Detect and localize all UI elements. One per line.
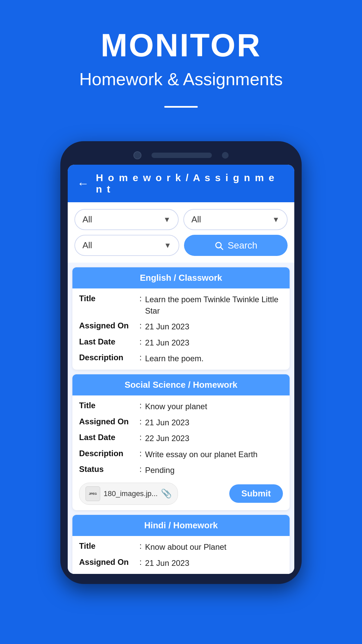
colon-6: : bbox=[139, 417, 142, 428]
card-2-status-row: Status : Pending bbox=[79, 465, 283, 476]
card-2-assigned-value: 21 Jun 2023 bbox=[145, 417, 283, 428]
card-3-title-row: Title : Know about our Planet bbox=[79, 541, 283, 553]
phone-topbar bbox=[68, 151, 294, 159]
colon-5: : bbox=[139, 401, 142, 412]
card-2-subject: Social Science / Homework bbox=[125, 380, 238, 390]
card-3-assigned-row: Assigned On : 21 Jun 2023 bbox=[79, 557, 283, 569]
search-button[interactable]: Search bbox=[184, 235, 288, 256]
phone-wrapper: ← H o m e w o r k / A s s i g n m e n t … bbox=[0, 141, 362, 597]
card-1-lastdate-row: Last Date : 21 Jun 2023 bbox=[79, 337, 283, 348]
colon-2: : bbox=[139, 321, 142, 332]
colon-9: : bbox=[139, 465, 142, 476]
dropdown-2-value: All bbox=[191, 214, 201, 225]
assignment-card-1: English / Classwork Title : Learn the po… bbox=[72, 267, 290, 370]
file-jpeg-icon: JPEG bbox=[85, 486, 100, 501]
card-3-assigned-value: 21 Jun 2023 bbox=[145, 557, 283, 569]
card-2-status-value: Pending bbox=[145, 465, 283, 476]
card-1-title-row: Title : Learn the poem Twinkle Twinkle L… bbox=[79, 294, 283, 316]
dropdown-2[interactable]: All ▼ bbox=[183, 209, 288, 230]
card-1-desc-row: Description : Learn the poem. bbox=[79, 353, 283, 364]
card-1-assigned-row: Assigned On : 21 Jun 2023 bbox=[79, 321, 283, 332]
chevron-down-icon: ▼ bbox=[163, 215, 171, 224]
assigned-on-label-2: Assigned On bbox=[79, 417, 139, 428]
last-date-label: Last Date bbox=[79, 337, 139, 348]
search-label: Search bbox=[228, 240, 257, 251]
card-2-desc-row: Description : Write essay on our planet … bbox=[79, 449, 283, 460]
filter-section: All ▼ All ▼ All ▼ bbox=[68, 202, 294, 263]
app-header: ← H o m e w o r k / A s s i g n m e n t bbox=[68, 165, 294, 202]
description-label-2: Description bbox=[79, 449, 139, 460]
filter-row-2: All ▼ Search bbox=[74, 235, 288, 256]
card-2-desc-value: Write essay on our planet Earth bbox=[145, 449, 283, 460]
title-label-3: Title bbox=[79, 541, 139, 553]
card-1-body: Title : Learn the poem Twinkle Twinkle L… bbox=[72, 288, 290, 370]
card-1-lastdate-value: 21 Jun 2023 bbox=[145, 337, 283, 348]
assignments-list: English / Classwork Title : Learn the po… bbox=[68, 263, 294, 574]
header-section: MONITOR Homework & Assignments bbox=[0, 0, 362, 121]
dropdown-1-value: All bbox=[82, 214, 92, 225]
file-row: JPEG 180_images.jp... 📎 Submit bbox=[79, 481, 283, 505]
assigned-on-label-3: Assigned On bbox=[79, 557, 139, 569]
assigned-on-label: Assigned On bbox=[79, 321, 139, 332]
dropdown-3-value: All bbox=[82, 240, 92, 251]
card-2-title-value: Know your planet bbox=[145, 401, 283, 412]
description-label: Description bbox=[79, 353, 139, 364]
card-1-assigned-value: 21 Jun 2023 bbox=[145, 321, 283, 332]
sensor-dot bbox=[222, 152, 229, 159]
card-1-header: English / Classwork bbox=[72, 267, 290, 288]
chevron-down-icon-3: ▼ bbox=[164, 241, 171, 250]
file-name-text: 180_images.jp... bbox=[104, 489, 158, 498]
card-1-subject: English / Classwork bbox=[140, 273, 222, 283]
card-1-title-value: Learn the poem Twinkle Twinkle Little St… bbox=[145, 294, 283, 316]
paperclip-icon: 📎 bbox=[161, 488, 172, 499]
file-attachment[interactable]: JPEG 180_images.jp... 📎 bbox=[79, 483, 178, 505]
filter-row-1: All ▼ All ▼ bbox=[74, 209, 288, 230]
back-button[interactable]: ← bbox=[77, 176, 89, 191]
card-3-title-value: Know about our Planet bbox=[145, 541, 283, 553]
colon-11: : bbox=[139, 557, 142, 569]
header-subtitle: Homework & Assignments bbox=[79, 69, 283, 89]
title-label: Title bbox=[79, 294, 139, 316]
colon-10: : bbox=[139, 541, 142, 553]
card-3-header: Hindi / Homework bbox=[72, 515, 290, 536]
dropdown-1[interactable]: All ▼ bbox=[74, 209, 179, 230]
card-2-title-row: Title : Know your planet bbox=[79, 401, 283, 412]
last-date-label-2: Last Date bbox=[79, 433, 139, 444]
card-3-subject: Hindi / Homework bbox=[144, 520, 218, 530]
card-2-body: Title : Know your planet Assigned On : 2… bbox=[72, 395, 290, 510]
colon-7: : bbox=[139, 433, 142, 444]
status-label: Status bbox=[79, 465, 139, 476]
submit-button[interactable]: Submit bbox=[229, 484, 283, 503]
dropdown-3[interactable]: All ▼ bbox=[74, 235, 179, 256]
chevron-down-icon-2: ▼ bbox=[272, 215, 280, 224]
phone-screen: ← H o m e w o r k / A s s i g n m e n t … bbox=[68, 165, 294, 574]
speaker-bar bbox=[152, 153, 212, 158]
card-3-body: Title : Know about our Planet Assigned O… bbox=[72, 536, 290, 574]
header-divider bbox=[164, 106, 198, 108]
card-1-desc-value: Learn the poem. bbox=[145, 353, 283, 364]
colon-8: : bbox=[139, 449, 142, 460]
card-2-assigned-row: Assigned On : 21 Jun 2023 bbox=[79, 417, 283, 428]
card-2-lastdate-row: Last Date : 22 Jun 2023 bbox=[79, 433, 283, 444]
phone-mockup: ← H o m e w o r k / A s s i g n m e n t … bbox=[60, 141, 302, 584]
svg-line-1 bbox=[221, 247, 223, 249]
colon-1: : bbox=[139, 294, 142, 316]
title-label-2: Title bbox=[79, 401, 139, 412]
app-header-title: H o m e w o r k / A s s i g n m e n t bbox=[96, 172, 285, 195]
colon-4: : bbox=[139, 353, 142, 364]
card-2-header: Social Science / Homework bbox=[72, 374, 290, 395]
assignment-card-2: Social Science / Homework Title : Know y… bbox=[72, 374, 290, 510]
camera-dot bbox=[133, 151, 141, 159]
colon-3: : bbox=[139, 337, 142, 348]
card-2-lastdate-value: 22 Jun 2023 bbox=[145, 433, 283, 444]
assignment-card-3: Hindi / Homework Title : Know about our … bbox=[72, 515, 290, 574]
monitor-title: MONITOR bbox=[101, 27, 261, 64]
search-icon bbox=[214, 241, 224, 250]
